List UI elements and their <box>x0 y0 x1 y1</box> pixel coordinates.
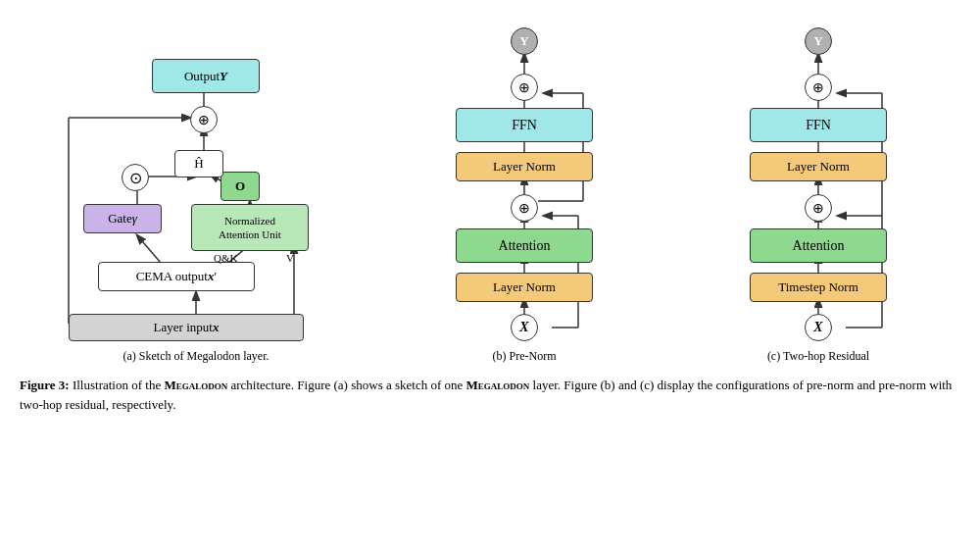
y-circle-c: Y <box>805 27 832 55</box>
diagram-c-content: Y ⊕ FFN Layer Norm ⊕ Attention <box>720 10 916 343</box>
diagram-a-label: (a) Sketch of Megalodon layer. <box>123 349 270 364</box>
box-gate: Gate γ <box>83 204 162 233</box>
v-label: V <box>286 252 294 264</box>
box-ffn-c: FFN <box>750 108 887 142</box>
y-circle-b: Y <box>511 27 538 55</box>
diagrams-row: Layer input x CEMA output x′ Gate γ Norm… <box>20 10 960 364</box>
plus1-circle-c: ⊕ <box>805 194 832 222</box>
diagram-b-label: (b) Pre-Norm <box>493 349 557 364</box>
figure-caption: Figure 3: Illustration of the Megalodon … <box>20 376 960 414</box>
box-output: Output Y <box>152 59 260 93</box>
plus-circle-a: ⊕ <box>190 106 218 133</box>
box-ffn-b: FFN <box>456 108 593 142</box>
box-attention-c: Attention <box>750 228 887 263</box>
plus1-circle-b: ⊕ <box>511 194 538 222</box>
box-layernorm-top-c: Layer Norm <box>750 152 887 181</box>
diagram-a-content: Layer input x CEMA output x′ Gate γ Norm… <box>39 10 353 343</box>
dot-circle: ⊙ <box>122 164 149 191</box>
figure-number: Figure 3: <box>20 378 70 392</box>
box-layernorm-bot-b: Layer Norm <box>456 273 593 302</box>
x-circle-c: X <box>805 314 832 341</box>
diagram-a: Layer input x CEMA output x′ Gate γ Norm… <box>20 10 372 364</box>
diagram-b: Y ⊕ FFN Layer Norm ⊕ Attention <box>382 10 666 364</box>
box-timestep-norm-c: Timestep Norm <box>750 273 887 302</box>
diagram-b-content: Y ⊕ FFN Layer Norm ⊕ Attention <box>426 10 622 343</box>
box-layernorm-top-b: Layer Norm <box>456 152 593 181</box>
diagram-c: Y ⊕ FFN Layer Norm ⊕ Attention <box>676 10 960 364</box>
box-norm-attn: NormalizedAttention Unit <box>191 204 309 251</box>
box-cema: CEMA output x′ <box>98 262 255 291</box>
diagram-c-label: (c) Two-hop Residual <box>767 349 869 364</box>
qk-label: Q&K <box>214 252 237 264</box>
box-o: O <box>220 172 260 201</box>
box-layer-input: Layer input x <box>69 314 304 341</box>
plus2-circle-c: ⊕ <box>805 74 832 101</box>
plus2-circle-b: ⊕ <box>511 74 538 101</box>
x-circle-b: X <box>511 314 538 341</box>
box-h-hat: Ĥ <box>174 150 223 177</box>
box-attention-b: Attention <box>456 228 593 263</box>
